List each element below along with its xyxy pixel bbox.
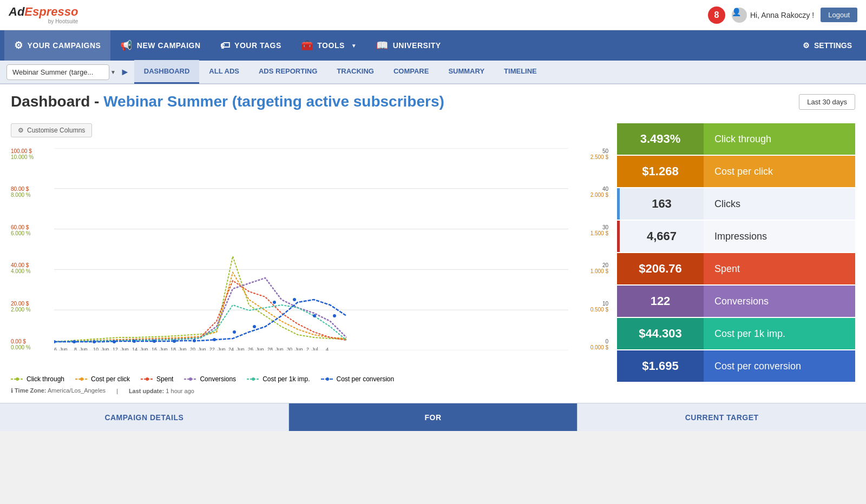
user-greeting: Hi, Anna Rakoczy ! bbox=[750, 11, 814, 19]
tab-label-tracking: TRACKING bbox=[337, 67, 374, 75]
legend-cost1k: Cost per 1k imp. bbox=[247, 375, 310, 383]
tab-ads-reporting[interactable]: ADS REPORTING bbox=[249, 60, 327, 84]
legend-label-spent: Spent bbox=[156, 375, 173, 383]
conv-dot-4 bbox=[133, 340, 136, 343]
spent-line bbox=[54, 281, 346, 342]
tab-compare[interactable]: COMPARE bbox=[384, 60, 438, 84]
campaign-selector[interactable]: Webinar Summer (targe... bbox=[6, 64, 120, 80]
settings-label: SETTINGS bbox=[814, 41, 852, 50]
info-icon: ℹ bbox=[11, 387, 13, 394]
notification-badge[interactable]: 8 bbox=[708, 6, 725, 24]
top-right-area: 8 👤 Hi, Anna Rakoczy ! Logout bbox=[708, 6, 857, 24]
conv-dot-14 bbox=[333, 314, 336, 317]
nav-label-new-campaign: NEW CAMPAIGN bbox=[137, 41, 201, 50]
last-update-value: 1 hour ago bbox=[166, 388, 194, 394]
tab-all-ads[interactable]: ALL ADS bbox=[199, 60, 249, 84]
stat-label-conversions: Conversions bbox=[704, 286, 855, 317]
x-label-11: 28. Jun bbox=[267, 347, 284, 352]
tab-tracking[interactable]: TRACKING bbox=[327, 60, 384, 84]
gear-icon: ⚙ bbox=[18, 127, 24, 134]
chart-footer: ℹ Time Zone: America/Los_Angeles | Last … bbox=[11, 387, 608, 394]
user-info: 👤 Hi, Anna Rakoczy ! bbox=[732, 8, 814, 23]
svg-point-9 bbox=[80, 377, 83, 381]
logo-sub: by Hootsuite bbox=[48, 18, 78, 24]
svg-point-7 bbox=[16, 377, 19, 381]
costconv-line bbox=[54, 300, 346, 342]
x-label-12: 30. Jun bbox=[287, 347, 303, 352]
x-label-2: 10. Jun bbox=[93, 347, 109, 352]
legend-line-conversions bbox=[184, 377, 197, 381]
nav-item-your-tags[interactable]: 🏷 YOUR TAGS bbox=[211, 30, 291, 61]
legend-label-costconv: Cost per conversion bbox=[337, 375, 395, 383]
tab-timeline[interactable]: TIMELINE bbox=[494, 60, 547, 84]
date-range-button[interactable]: Last 30 days bbox=[799, 94, 855, 110]
stat-value-cpc: $1.268 bbox=[617, 156, 704, 187]
customise-columns-button[interactable]: ⚙ Customise Columns bbox=[11, 123, 92, 137]
conv-dot-8 bbox=[213, 338, 216, 341]
svg-point-13 bbox=[189, 377, 192, 381]
conv-dot-0 bbox=[53, 340, 56, 343]
nav-label-campaigns: YOUR CAMPAIGNS bbox=[28, 41, 101, 50]
stat-label-cost1k: Cost per 1k imp. bbox=[704, 318, 855, 349]
chart-legend: Click through Cost per click Spent Conve… bbox=[11, 375, 608, 383]
tab-label-all-ads: ALL ADS bbox=[209, 67, 239, 75]
main-content: ⚙ Customise Columns 100.00 $10.000 % 80.… bbox=[0, 115, 866, 403]
stat-row-clicks: 163 Clicks bbox=[617, 188, 855, 220]
page-title: Dashboard - Webinar Summer (targeting ac… bbox=[11, 93, 444, 110]
legend-clickthrough: Click through bbox=[11, 375, 64, 383]
nav-item-tools[interactable]: 🧰 TOOLS ▼ bbox=[291, 30, 366, 61]
chart-svg: 6. Jun 8. Jun 10. Jun 12. Jun 14. Jun 16… bbox=[11, 143, 608, 370]
campaign-select[interactable]: Webinar Summer (targe... bbox=[6, 64, 109, 80]
timezone-value: America/Los_Angeles bbox=[48, 387, 106, 394]
bottom-label-current-target: CURRENT TARGET bbox=[685, 413, 759, 422]
stat-row-cost1k: $44.303 Cost per 1k imp. bbox=[617, 318, 855, 349]
logout-button[interactable]: Logout bbox=[821, 8, 857, 22]
bottom-for[interactable]: for bbox=[289, 403, 578, 431]
legend-label-clickthrough: Click through bbox=[27, 375, 64, 383]
bottom-campaign-details[interactable]: CAMPAIGN DETAILS bbox=[0, 403, 289, 431]
clickthrough-line bbox=[54, 256, 346, 342]
x-label-4: 14. Jun bbox=[132, 347, 148, 352]
stat-row-spent: $206.76 Spent bbox=[617, 253, 855, 284]
stats-panel: 3.493% Click through $1.268 Cost per cli… bbox=[617, 123, 855, 394]
stat-label-cpc: Cost per click bbox=[704, 156, 855, 187]
stat-value-cost1k: $44.303 bbox=[617, 318, 704, 349]
x-label-9: 24. Jun bbox=[228, 347, 245, 352]
legend-label-cost1k: Cost per 1k imp. bbox=[263, 375, 310, 383]
svg-point-17 bbox=[326, 377, 329, 381]
x-label-0: 6. Jun bbox=[54, 347, 68, 352]
stat-label-costconv: Cost per conversion bbox=[704, 350, 855, 382]
conv-dot-1 bbox=[73, 340, 76, 343]
x-label-5: 16. Jun bbox=[152, 347, 168, 352]
breadcrumb-arrow: ► bbox=[120, 67, 130, 78]
title-prefix: Dashboard - bbox=[11, 93, 103, 110]
nav-item-campaigns[interactable]: ⚙ YOUR CAMPAIGNS bbox=[4, 30, 110, 61]
tab-summary[interactable]: SUMMARY bbox=[438, 60, 494, 84]
tab-dashboard[interactable]: DASHBOARD bbox=[134, 60, 200, 84]
svg-point-15 bbox=[252, 377, 255, 381]
bottom-label-for: for bbox=[424, 413, 441, 422]
conv-dot-9 bbox=[233, 330, 236, 334]
conv-dot-13 bbox=[313, 314, 316, 317]
settings-nav[interactable]: ⚙ SETTINGS bbox=[793, 41, 862, 50]
bottom-current-target[interactable]: CURRENT TARGET bbox=[578, 403, 866, 431]
stat-row-clickthrough: 3.493% Click through bbox=[617, 123, 855, 155]
x-label-1: 8. Jun bbox=[74, 347, 88, 352]
legend-costconv: Cost per conversion bbox=[321, 375, 395, 383]
campaigns-icon: ⚙ bbox=[14, 39, 23, 51]
timezone-info: ℹ Time Zone: America/Los_Angeles bbox=[11, 387, 106, 394]
legend-conversions: Conversions bbox=[184, 375, 236, 383]
stat-row-cpc: $1.268 Cost per click bbox=[617, 156, 855, 187]
cpc-line bbox=[54, 273, 346, 342]
x-label-10: 26. Jun bbox=[248, 347, 264, 352]
legend-label-conversions: Conversions bbox=[200, 375, 236, 383]
timezone-label: Time Zone: bbox=[15, 387, 46, 394]
nav-item-new-campaign[interactable]: 📢 NEW CAMPAIGN bbox=[110, 30, 210, 61]
logo: AdEspresso by Hootsuite bbox=[9, 5, 78, 24]
legend-cpc: Cost per click bbox=[75, 375, 130, 383]
x-label-6: 18. Jun bbox=[170, 347, 187, 352]
bottom-bar: CAMPAIGN DETAILS for CURRENT TARGET bbox=[0, 403, 866, 431]
nav-item-university[interactable]: 📖 UNIVERSITY bbox=[366, 30, 451, 61]
top-bar: AdEspresso by Hootsuite 8 👤 Hi, Anna Rak… bbox=[0, 0, 866, 30]
conv-dot-2 bbox=[93, 340, 96, 343]
